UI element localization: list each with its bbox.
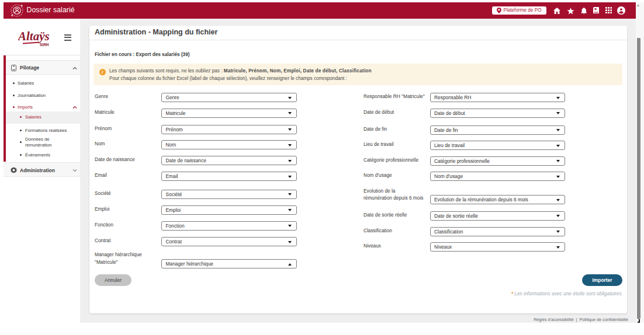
svg-text:SIRH: SIRH	[40, 43, 49, 47]
svg-text:Altaÿs: Altaÿs	[18, 29, 50, 43]
